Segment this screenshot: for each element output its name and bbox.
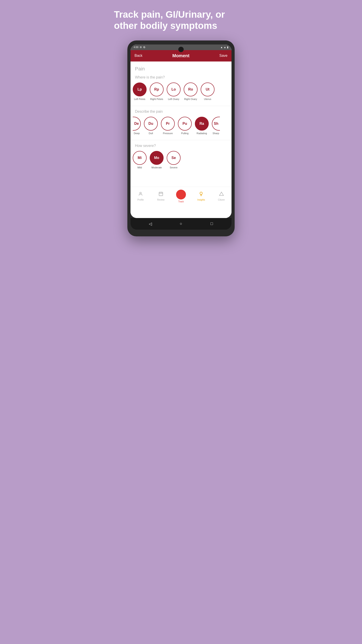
pressure-circle[interactable]: Pr bbox=[161, 117, 175, 130]
location-rp[interactable]: Rp Right Pelvis bbox=[150, 82, 164, 100]
pulling-label: Pulling bbox=[181, 132, 188, 134]
type-deep[interactable]: De Deep bbox=[133, 117, 141, 134]
severity-moderate[interactable]: Mo Moderate bbox=[150, 151, 164, 169]
citizen-icon bbox=[219, 192, 224, 198]
lo-circle[interactable]: Lo bbox=[167, 82, 181, 96]
lo-label: Left Ovary bbox=[168, 98, 179, 100]
pain-section-title: Pain bbox=[130, 66, 232, 75]
rp-label: Right Pelvis bbox=[150, 98, 163, 100]
insights-icon bbox=[199, 192, 204, 198]
sharp-label: Sharp bbox=[213, 132, 219, 134]
gear-icon: ⚙ bbox=[140, 46, 142, 49]
profile-icon bbox=[138, 192, 143, 198]
type-dull[interactable]: Du Dull bbox=[144, 117, 158, 134]
svg-point-0 bbox=[140, 192, 141, 194]
sharp-circle[interactable]: Sh bbox=[212, 117, 220, 130]
save-button[interactable]: Save bbox=[219, 54, 228, 58]
location-ro[interactable]: Ro Right Ovary bbox=[184, 82, 198, 100]
nav-profile[interactable]: Profile bbox=[134, 192, 147, 201]
battery-icon: ▮ bbox=[227, 46, 228, 49]
phone-device: 4:00 ⚙ G ▲ ▲ ▮ Back Moment Save Pain Whe… bbox=[127, 40, 235, 236]
status-bar-right: ▲ ▲ ▮ bbox=[220, 46, 228, 49]
describe-pain-label: Describe the pain bbox=[130, 110, 232, 117]
nav-review[interactable]: Review bbox=[154, 192, 168, 201]
dull-label: Dull bbox=[149, 132, 153, 134]
status-time: 4:00 bbox=[134, 46, 138, 48]
home-hardware-btn[interactable]: ○ bbox=[178, 221, 184, 227]
lp-circle[interactable]: Lp bbox=[133, 82, 147, 96]
severity-mild[interactable]: Mi Mild bbox=[133, 151, 147, 169]
google-icon: G bbox=[143, 46, 145, 48]
rp-circle[interactable]: Rp bbox=[150, 82, 164, 96]
mild-label: Mild bbox=[137, 166, 142, 169]
type-pressure[interactable]: Pr Pressure bbox=[161, 117, 175, 134]
recents-hardware-btn[interactable]: □ bbox=[209, 221, 215, 227]
signal-icon: ▲ bbox=[224, 46, 226, 48]
severe-label: Severe bbox=[170, 166, 178, 169]
back-button[interactable]: Back bbox=[134, 54, 143, 58]
pressure-label: Pressure bbox=[163, 132, 173, 134]
deep-circle[interactable]: De bbox=[133, 117, 141, 130]
review-icon bbox=[158, 192, 163, 198]
location-lo[interactable]: Lo Left Ovary bbox=[167, 82, 181, 100]
where-pain-label: Where is the pain? bbox=[130, 75, 232, 82]
wifi-icon: ▲ bbox=[220, 46, 223, 48]
divider-2 bbox=[130, 140, 232, 140]
insights-nav-label: Insights bbox=[197, 198, 205, 201]
ro-label: Right Ovary bbox=[184, 98, 197, 100]
track-circle[interactable] bbox=[176, 190, 186, 200]
type-radiating[interactable]: Ra Radiating bbox=[195, 117, 209, 134]
phone-bottom-bar: ◁ ○ □ bbox=[130, 218, 232, 230]
location-ut[interactable]: Ut Uterus bbox=[201, 82, 215, 100]
severity-label: How severe? bbox=[130, 144, 232, 151]
divider-1 bbox=[130, 106, 232, 106]
type-sharp[interactable]: Sh Sharp bbox=[212, 117, 220, 134]
spacer bbox=[130, 173, 232, 187]
lp-label: Left Pelvis bbox=[134, 98, 145, 100]
mild-circle[interactable]: Mi bbox=[133, 151, 147, 165]
phone-screen: 4:00 ⚙ G ▲ ▲ ▮ Back Moment Save Pain Whe… bbox=[130, 44, 232, 218]
app-content: Pain Where is the pain? Lp Left Pelvis R… bbox=[130, 62, 232, 218]
profile-nav-label: Profile bbox=[137, 198, 144, 201]
dull-circle[interactable]: Du bbox=[144, 117, 158, 130]
pain-type-row: De Deep Du Dull Pr Pressure Pu Pulling R… bbox=[130, 117, 232, 139]
citizen-nav-label: Citizen bbox=[218, 198, 225, 201]
track-nav-label: Track bbox=[178, 200, 184, 203]
back-hardware-btn[interactable]: ◁ bbox=[147, 221, 153, 227]
review-nav-label: Review bbox=[157, 198, 164, 201]
nav-citizen[interactable]: Citizen bbox=[215, 192, 228, 201]
radiating-label: Radiating bbox=[197, 132, 207, 134]
svg-marker-6 bbox=[219, 192, 223, 196]
page-headline: Track pain, GI/Urinary, or other bodily … bbox=[114, 9, 248, 32]
type-pulling[interactable]: Pu Pulling bbox=[178, 117, 192, 134]
severity-row: Mi Mild Mo Moderate Se Severe bbox=[130, 151, 232, 173]
pulling-circle[interactable]: Pu bbox=[178, 117, 192, 130]
nav-insights[interactable]: Insights bbox=[194, 192, 208, 201]
nav-track[interactable]: Track bbox=[174, 190, 188, 203]
bottom-nav: Profile Review bbox=[130, 187, 232, 205]
radiating-circle[interactable]: Ra bbox=[195, 117, 209, 130]
moderate-circle[interactable]: Mo bbox=[150, 151, 164, 165]
ut-circle[interactable]: Ut bbox=[201, 82, 215, 96]
ut-label: Uterus bbox=[204, 98, 211, 100]
pain-location-row: Lp Left Pelvis Rp Right Pelvis Lo Left O… bbox=[130, 82, 232, 105]
ro-circle[interactable]: Ro bbox=[184, 82, 198, 96]
location-lp[interactable]: Lp Left Pelvis bbox=[133, 82, 147, 100]
svg-rect-1 bbox=[159, 192, 163, 196]
phone-notch bbox=[178, 47, 184, 52]
status-bar-left: 4:00 ⚙ G bbox=[134, 46, 145, 49]
header-title: Moment bbox=[172, 53, 189, 58]
severity-severe[interactable]: Se Severe bbox=[167, 151, 181, 169]
severe-circle[interactable]: Se bbox=[167, 151, 181, 165]
moderate-label: Moderate bbox=[151, 166, 162, 169]
deep-label: Deep bbox=[134, 132, 140, 134]
